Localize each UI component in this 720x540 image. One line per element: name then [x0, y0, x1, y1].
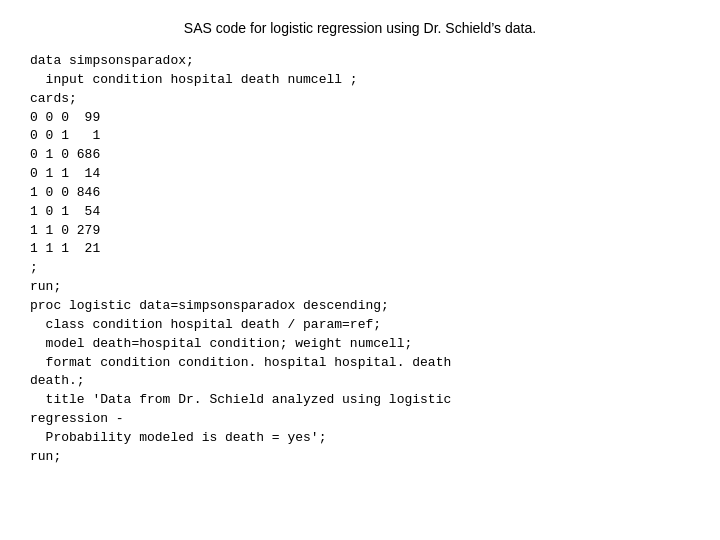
page-title: SAS code for logistic regression using D… [30, 20, 690, 36]
code-block: data simpsonsparadox; input condition ho… [30, 52, 690, 467]
